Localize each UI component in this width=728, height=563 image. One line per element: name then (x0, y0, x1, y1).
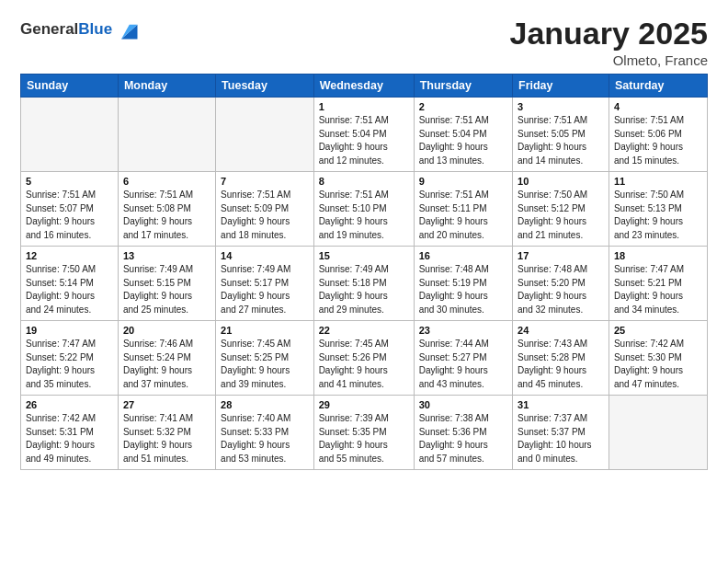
day-number: 2 (419, 101, 507, 112)
day-cell: 4Sunrise: 7:51 AMSunset: 5:06 PMDaylight… (609, 98, 707, 172)
day-cell (609, 396, 707, 470)
day-cell (118, 98, 215, 172)
day-cell (216, 98, 314, 172)
day-cell: 10Sunrise: 7:50 AMSunset: 5:12 PMDayligh… (513, 172, 609, 247)
day-number: 24 (518, 325, 604, 336)
day-number: 7 (221, 176, 309, 187)
day-info: Sunrise: 7:45 AMSunset: 5:25 PMDaylight:… (221, 338, 309, 391)
week-row-0: 1Sunrise: 7:51 AMSunset: 5:04 PMDaylight… (21, 98, 708, 172)
weekday-wednesday: Wednesday (313, 75, 414, 98)
day-number: 28 (221, 399, 309, 410)
day-cell: 31Sunrise: 7:37 AMSunset: 5:37 PMDayligh… (513, 396, 609, 470)
day-cell: 25Sunrise: 7:42 AMSunset: 5:30 PMDayligh… (609, 321, 707, 396)
day-number: 25 (614, 325, 702, 336)
day-number: 26 (26, 399, 113, 410)
day-info: Sunrise: 7:45 AMSunset: 5:26 PMDaylight:… (319, 338, 409, 391)
day-number: 22 (319, 325, 409, 336)
day-number: 13 (123, 250, 210, 261)
month-title: January 2025 (510, 17, 709, 51)
weekday-monday: Monday (118, 75, 215, 98)
day-info: Sunrise: 7:44 AMSunset: 5:27 PMDaylight:… (419, 338, 507, 391)
day-number: 16 (419, 250, 507, 261)
day-info: Sunrise: 7:37 AMSunset: 5:37 PMDaylight:… (518, 412, 604, 465)
day-cell: 8Sunrise: 7:51 AMSunset: 5:10 PMDaylight… (313, 172, 414, 247)
week-row-3: 19Sunrise: 7:47 AMSunset: 5:22 PMDayligh… (21, 321, 708, 396)
day-number: 31 (518, 399, 604, 410)
title-block: January 2025 Olmeto, France (510, 17, 709, 68)
day-info: Sunrise: 7:42 AMSunset: 5:30 PMDaylight:… (614, 338, 702, 391)
weekday-thursday: Thursday (414, 75, 512, 98)
day-cell: 22Sunrise: 7:45 AMSunset: 5:26 PMDayligh… (313, 321, 414, 396)
day-cell: 7Sunrise: 7:51 AMSunset: 5:09 PMDaylight… (216, 172, 314, 247)
day-info: Sunrise: 7:51 AMSunset: 5:08 PMDaylight:… (123, 189, 210, 242)
day-info: Sunrise: 7:39 AMSunset: 5:35 PMDaylight:… (319, 412, 409, 465)
week-row-1: 5Sunrise: 7:51 AMSunset: 5:07 PMDaylight… (21, 172, 708, 247)
day-info: Sunrise: 7:38 AMSunset: 5:36 PMDaylight:… (419, 412, 507, 465)
calendar-table: SundayMondayTuesdayWednesdayThursdayFrid… (20, 74, 708, 470)
day-cell: 29Sunrise: 7:39 AMSunset: 5:35 PMDayligh… (313, 396, 414, 470)
day-cell: 5Sunrise: 7:51 AMSunset: 5:07 PMDaylight… (21, 172, 119, 247)
day-number: 14 (221, 250, 309, 261)
day-cell: 23Sunrise: 7:44 AMSunset: 5:27 PMDayligh… (414, 321, 512, 396)
day-cell: 16Sunrise: 7:48 AMSunset: 5:19 PMDayligh… (414, 247, 512, 321)
day-info: Sunrise: 7:50 AMSunset: 5:14 PMDaylight:… (26, 263, 113, 316)
weekday-saturday: Saturday (609, 75, 707, 98)
day-number: 27 (123, 399, 210, 410)
day-number: 11 (614, 176, 702, 187)
day-number: 9 (419, 176, 507, 187)
day-number: 12 (26, 250, 113, 261)
day-number: 21 (221, 325, 309, 336)
day-info: Sunrise: 7:49 AMSunset: 5:17 PMDaylight:… (221, 263, 309, 316)
day-info: Sunrise: 7:51 AMSunset: 5:04 PMDaylight:… (419, 114, 507, 167)
logo: GeneralBlue (20, 17, 141, 42)
day-info: Sunrise: 7:48 AMSunset: 5:20 PMDaylight:… (518, 263, 604, 316)
day-cell: 19Sunrise: 7:47 AMSunset: 5:22 PMDayligh… (21, 321, 119, 396)
day-info: Sunrise: 7:41 AMSunset: 5:32 PMDaylight:… (123, 412, 210, 465)
day-number: 17 (518, 250, 604, 261)
day-number: 3 (518, 101, 604, 112)
header: GeneralBlue January 2025 Olmeto, France (20, 17, 708, 68)
day-info: Sunrise: 7:49 AMSunset: 5:18 PMDaylight:… (319, 263, 409, 316)
day-info: Sunrise: 7:51 AMSunset: 5:05 PMDaylight:… (518, 114, 604, 167)
day-cell: 2Sunrise: 7:51 AMSunset: 5:04 PMDaylight… (414, 98, 512, 172)
day-info: Sunrise: 7:51 AMSunset: 5:04 PMDaylight:… (319, 114, 409, 167)
day-number: 23 (419, 325, 507, 336)
day-number: 1 (319, 101, 409, 112)
weekday-friday: Friday (513, 75, 609, 98)
day-cell: 18Sunrise: 7:47 AMSunset: 5:21 PMDayligh… (609, 247, 707, 321)
day-info: Sunrise: 7:50 AMSunset: 5:12 PMDaylight:… (518, 189, 604, 242)
day-cell: 21Sunrise: 7:45 AMSunset: 5:25 PMDayligh… (216, 321, 314, 396)
week-row-2: 12Sunrise: 7:50 AMSunset: 5:14 PMDayligh… (21, 247, 708, 321)
day-cell: 30Sunrise: 7:38 AMSunset: 5:36 PMDayligh… (414, 396, 512, 470)
day-info: Sunrise: 7:48 AMSunset: 5:19 PMDaylight:… (419, 263, 507, 316)
day-cell: 9Sunrise: 7:51 AMSunset: 5:11 PMDaylight… (414, 172, 512, 247)
day-cell: 14Sunrise: 7:49 AMSunset: 5:17 PMDayligh… (216, 247, 314, 321)
weekday-header-row: SundayMondayTuesdayWednesdayThursdayFrid… (21, 75, 708, 98)
day-number: 5 (26, 176, 113, 187)
day-cell: 13Sunrise: 7:49 AMSunset: 5:15 PMDayligh… (118, 247, 215, 321)
day-cell: 26Sunrise: 7:42 AMSunset: 5:31 PMDayligh… (21, 396, 119, 470)
day-cell: 27Sunrise: 7:41 AMSunset: 5:32 PMDayligh… (118, 396, 215, 470)
day-info: Sunrise: 7:47 AMSunset: 5:21 PMDaylight:… (614, 263, 702, 316)
day-number: 6 (123, 176, 210, 187)
day-number: 19 (26, 325, 113, 336)
day-info: Sunrise: 7:50 AMSunset: 5:13 PMDaylight:… (614, 189, 702, 242)
weekday-tuesday: Tuesday (216, 75, 314, 98)
day-cell (21, 98, 119, 172)
day-cell: 6Sunrise: 7:51 AMSunset: 5:08 PMDaylight… (118, 172, 215, 247)
day-cell: 20Sunrise: 7:46 AMSunset: 5:24 PMDayligh… (118, 321, 215, 396)
day-info: Sunrise: 7:42 AMSunset: 5:31 PMDaylight:… (26, 412, 113, 465)
day-cell: 3Sunrise: 7:51 AMSunset: 5:05 PMDaylight… (513, 98, 609, 172)
week-row-4: 26Sunrise: 7:42 AMSunset: 5:31 PMDayligh… (21, 396, 708, 470)
day-cell: 1Sunrise: 7:51 AMSunset: 5:04 PMDaylight… (313, 98, 414, 172)
day-info: Sunrise: 7:51 AMSunset: 5:07 PMDaylight:… (26, 189, 113, 242)
day-number: 29 (319, 399, 409, 410)
day-cell: 28Sunrise: 7:40 AMSunset: 5:33 PMDayligh… (216, 396, 314, 470)
day-info: Sunrise: 7:51 AMSunset: 5:11 PMDaylight:… (419, 189, 507, 242)
logo-icon (115, 17, 141, 42)
day-info: Sunrise: 7:43 AMSunset: 5:28 PMDaylight:… (518, 338, 604, 391)
logo-blue: Blue (78, 20, 112, 38)
day-cell: 11Sunrise: 7:50 AMSunset: 5:13 PMDayligh… (609, 172, 707, 247)
day-number: 8 (319, 176, 409, 187)
day-info: Sunrise: 7:51 AMSunset: 5:06 PMDaylight:… (614, 114, 702, 167)
